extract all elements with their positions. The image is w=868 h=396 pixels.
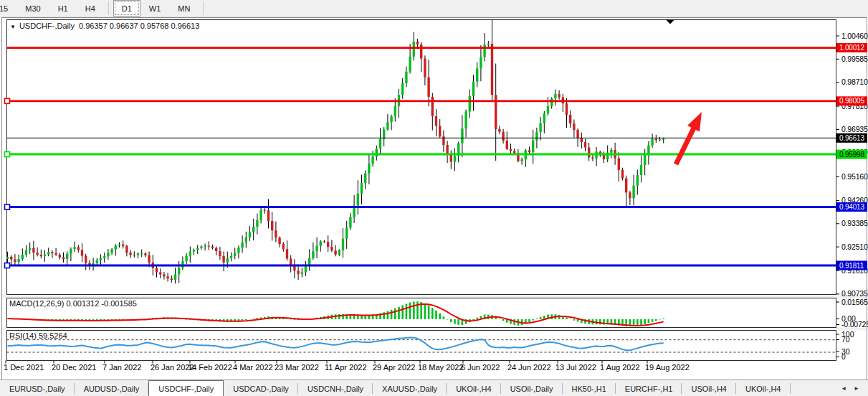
arrow-annotation[interactable]: [674, 112, 702, 166]
chart-tab-xauusd-daily[interactable]: XAUUSD-,Daily: [373, 380, 447, 396]
date-tick-label: 29 Apr 2022: [373, 363, 415, 372]
chart-tab-ukoil-h4[interactable]: UKOil-,H4: [736, 380, 791, 396]
price-tick-label: 0.93385: [841, 219, 868, 227]
chart-tab-usoil-h4[interactable]: USOil-,H4: [682, 380, 736, 396]
rsi-axis-label: 70: [841, 335, 850, 344]
price-tick-label: 0.99585: [841, 55, 868, 63]
hline-handle-0.98005[interactable]: [5, 98, 10, 103]
pane-splitter[interactable]: [2, 328, 866, 331]
macd-indicator-label: MACD(12,26,9) 0.001312 -0.001585: [9, 299, 137, 308]
price-badge-label: 0.98005: [839, 97, 864, 105]
date-tick-label: 18 May 2022: [418, 363, 464, 372]
chart-tab-hk50-h1[interactable]: HK50-,H1: [563, 380, 616, 396]
chart-tab-eurusd-daily[interactable]: EURUSD-,Daily: [0, 380, 75, 396]
date-tick-label: 7 Jan 2022: [102, 363, 141, 372]
date-tick-label: 4 Mar 2022: [233, 363, 273, 372]
chart-tab-usoil-daily[interactable]: USOil-,Daily: [501, 380, 563, 396]
hline-handle-0.91811[interactable]: [5, 263, 10, 268]
price-badge-label: 0.95998: [839, 151, 864, 159]
rsi-axis-label: 0: [841, 352, 846, 361]
macd-axis-label: -0.0072599: [841, 320, 868, 329]
chart-title-symbol: USDCHF-,Daily: [19, 22, 75, 30]
price-badge-label: 0.94013: [839, 203, 864, 211]
date-tick-label: 1 Dec 2021: [4, 363, 44, 372]
tab-scroll-controls: ◄►: [832, 380, 868, 396]
price-badge-label: 0.96613: [839, 134, 864, 142]
chart-dropdown-icon: ▼: [10, 24, 16, 30]
chart-shift-marker-icon[interactable]: [666, 20, 674, 24]
chart-tab-usdcnh-daily[interactable]: USDCNH-,Daily: [298, 380, 373, 396]
rsi-indicator-label: RSI(14) 59,5264: [9, 331, 67, 340]
rsi-line: [8, 338, 664, 351]
price-tick-label: 0.96935: [841, 125, 868, 133]
date-tick-label: 19 Aug 2022: [645, 363, 690, 372]
date-tick-label: 1 Aug 2022: [600, 363, 640, 372]
chart-tab-eurchf-h1[interactable]: EURCHF-,H1: [616, 380, 682, 396]
price-tick-label: 0.92510: [841, 242, 868, 251]
date-tick-label: 14 Feb 2022: [188, 363, 232, 372]
hline-handle-0.94013[interactable]: [5, 204, 10, 209]
price-badge-label: 0.91811: [839, 262, 864, 270]
price-axis: 1.004600.995850.987100.978100.969350.960…: [836, 32, 868, 362]
chart-title-ohlc: 0.96357 0.96637 0.95768 0.96613: [79, 22, 199, 30]
date-tick-label: 24 Jun 2022: [507, 363, 551, 372]
macd-axis-label: 0.015654: [841, 298, 868, 306]
price-tick-label: 1.00460: [841, 32, 868, 40]
chart-tab-audusd-daily[interactable]: AUDUSD-,Daily: [75, 380, 149, 396]
date-tick-label: 20 Dec 2021: [52, 363, 96, 372]
price-tick-label: 0.95160: [841, 172, 868, 181]
price-tick-label: 0.98710: [841, 77, 868, 86]
chart-tab-usdcad-daily[interactable]: USDCAD-,Daily: [224, 380, 298, 396]
hline-handle-0.95998[interactable]: [5, 152, 10, 157]
pane-splitter[interactable]: [2, 295, 866, 298]
date-tick-label: 13 Jul 2022: [555, 363, 596, 372]
chart-title: ▼USDCHF-,Daily 0.96357 0.96637 0.95768 0…: [10, 22, 199, 30]
date-tick-label: 11 Apr 2022: [325, 363, 367, 372]
chart-tab-usdchf-daily[interactable]: USDCHF-,Daily: [148, 380, 224, 396]
date-tick-label: 6 Jun 2022: [461, 363, 500, 372]
date-axis: 1 Dec 202120 Dec 20217 Jan 202226 Jan 20…: [4, 361, 690, 372]
chart-tabbar: EURUSD-,DailyAUDUSD-,DailyUSDCHF-,DailyU…: [0, 380, 868, 396]
date-tick-label: 23 Mar 2022: [275, 363, 319, 372]
tab-scroll-right-icon[interactable]: ►: [854, 385, 859, 392]
price-badge-label: 1.00012: [839, 44, 864, 52]
tab-scroll-left-icon[interactable]: ◄: [841, 385, 846, 392]
chart-canvas: 1.004600.995850.987100.978100.969350.960…: [0, 0, 868, 396]
chart-tab-ukoil-h4[interactable]: UKOil-,H4: [447, 380, 501, 396]
